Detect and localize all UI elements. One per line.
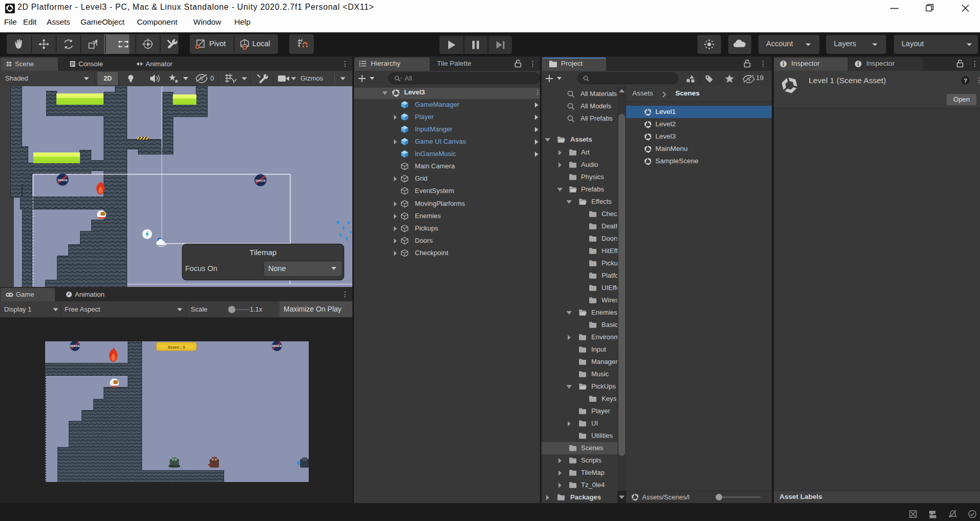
- svg-text:Tilemap: Tilemap: [250, 248, 277, 257]
- svg-text:Score : 0: Score : 0: [168, 345, 185, 350]
- svg-text:SPACE: SPACE: [57, 179, 68, 182]
- svg-text:SPACE: SPACE: [272, 344, 282, 348]
- svg-text:None: None: [268, 264, 286, 273]
- svg-text:SPACE: SPACE: [255, 179, 266, 182]
- svg-text:SPACE: SPACE: [70, 344, 80, 348]
- svg-text:?: ?: [964, 78, 967, 84]
- svg-text:Focus On: Focus On: [185, 264, 217, 273]
